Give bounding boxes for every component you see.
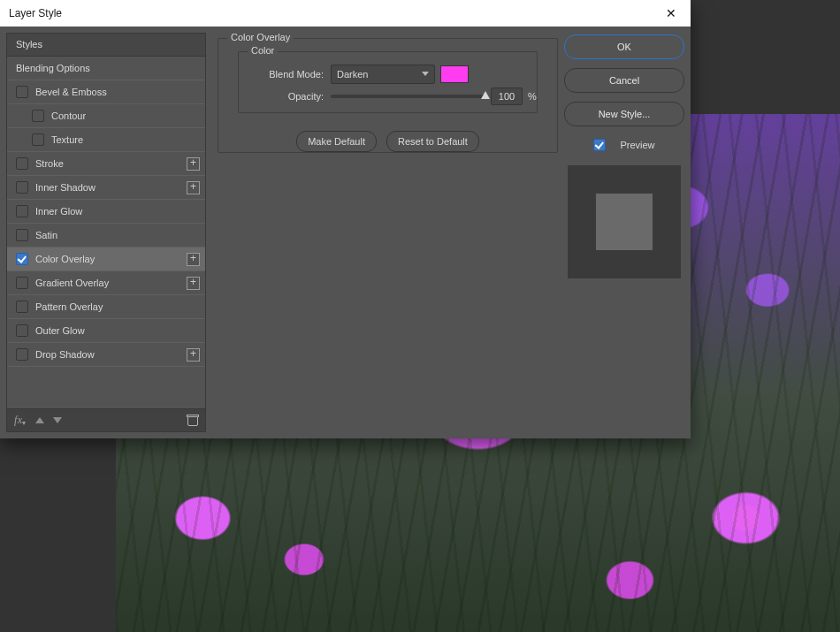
style-label: Stroke — [35, 158, 64, 169]
make-default-button[interactable]: Make Default — [296, 131, 377, 152]
style-label: Inner Shadow — [35, 182, 95, 193]
slider-thumb-icon[interactable] — [481, 91, 490, 99]
color-overlay-group: Color Overlay Color Blend Mode: Darken O… — [218, 38, 558, 153]
add-effect-icon[interactable]: + — [187, 181, 200, 194]
add-effect-icon[interactable]: + — [187, 348, 200, 362]
trash-icon[interactable] — [187, 415, 198, 426]
style-row[interactable]: Texture — [7, 128, 205, 152]
style-checkbox[interactable] — [16, 277, 28, 289]
style-label: Drop Shadow — [35, 349, 95, 360]
style-row[interactable]: Drop Shadow+ — [7, 343, 205, 367]
dialog-titlebar[interactable]: Layer Style ✕ — [0, 0, 691, 27]
opacity-input[interactable]: 100 — [491, 88, 523, 105]
move-up-icon[interactable] — [35, 417, 44, 423]
preview-thumbnail — [568, 165, 681, 278]
opacity-suffix: % — [528, 91, 537, 102]
style-label: Outer Glow — [35, 325, 85, 336]
style-row[interactable]: Bevel & Emboss — [7, 80, 205, 104]
style-label: Pattern Overlay — [35, 301, 103, 312]
style-label: Texture — [51, 134, 83, 145]
style-checkbox[interactable] — [16, 229, 28, 241]
fx-menu-icon[interactable]: fx▾ — [14, 414, 27, 427]
preview-label: Preview — [620, 140, 654, 150]
style-checkbox[interactable] — [32, 133, 44, 146]
style-checkbox[interactable] — [16, 253, 28, 265]
style-label: Bevel & Emboss — [35, 87, 107, 97]
style-checkbox[interactable] — [32, 110, 44, 122]
move-down-icon[interactable] — [53, 417, 62, 423]
styles-list: Styles Blending Options Bevel & EmbossCo… — [6, 33, 206, 409]
cancel-button[interactable]: Cancel — [564, 68, 684, 93]
layer-style-dialog: Layer Style ✕ Styles Blending Options Be… — [0, 0, 691, 438]
style-label: Gradient Overlay — [35, 278, 109, 288]
color-group: Color Blend Mode: Darken Opacity: — [238, 51, 538, 113]
opacity-label: Opacity: — [239, 91, 324, 102]
dialog-actions: OK Cancel New Style... Preview — [564, 33, 684, 432]
blend-mode-label: Blend Mode: — [239, 69, 324, 80]
preview-checkbox[interactable] — [593, 139, 606, 151]
style-row[interactable]: Gradient Overlay+ — [7, 271, 205, 295]
style-checkbox[interactable] — [16, 86, 28, 98]
blending-options-row[interactable]: Blending Options — [7, 57, 205, 80]
style-label: Inner Glow — [35, 206, 82, 217]
dialog-title: Layer Style — [9, 7, 62, 19]
style-row[interactable]: Satin — [7, 224, 205, 247]
dialog-body: Styles Blending Options Bevel & EmbossCo… — [0, 27, 691, 438]
style-checkbox[interactable] — [16, 157, 28, 170]
preview-swatch — [596, 194, 653, 250]
style-label: Color Overlay — [35, 254, 95, 264]
style-label: Contour — [51, 110, 86, 121]
style-row[interactable]: Inner Glow — [7, 200, 205, 224]
add-effect-icon[interactable]: + — [187, 253, 200, 266]
style-row[interactable]: Outer Glow — [7, 319, 205, 343]
style-checkbox[interactable] — [16, 348, 28, 361]
add-effect-icon[interactable]: + — [187, 157, 200, 171]
style-row[interactable]: Pattern Overlay — [7, 295, 205, 319]
app-workspace: Layer Style ✕ Styles Blending Options Be… — [0, 0, 840, 632]
style-row[interactable]: Stroke+ — [7, 152, 205, 176]
style-checkbox[interactable] — [16, 205, 28, 217]
new-style-button[interactable]: New Style... — [564, 102, 684, 126]
blend-mode-value: Darken — [337, 69, 368, 80]
style-row[interactable]: Color Overlay+ — [7, 247, 205, 271]
ok-button[interactable]: OK — [564, 34, 684, 59]
close-icon[interactable]: ✕ — [652, 0, 691, 27]
overlay-color-swatch[interactable] — [440, 65, 469, 83]
style-row[interactable]: Contour — [7, 104, 205, 128]
style-row[interactable]: Inner Shadow+ — [7, 176, 205, 200]
defaults-row: Make Default Reset to Default — [218, 131, 557, 152]
group-title: Color Overlay — [227, 32, 294, 42]
styles-column: Styles Blending Options Bevel & EmbossCo… — [6, 33, 206, 432]
style-checkbox[interactable] — [16, 324, 28, 337]
style-checkbox[interactable] — [16, 301, 28, 313]
styles-footer: fx▾ — [6, 409, 206, 432]
preview-toggle-row[interactable]: Preview — [564, 139, 684, 151]
opacity-slider[interactable] — [331, 95, 485, 98]
style-label: Satin — [35, 230, 57, 240]
styles-header[interactable]: Styles — [7, 34, 205, 57]
blend-mode-select[interactable]: Darken — [331, 65, 435, 84]
style-checkbox[interactable] — [16, 181, 28, 194]
settings-panel: Color Overlay Color Blend Mode: Darken O… — [212, 33, 558, 432]
color-group-title: Color — [248, 45, 278, 56]
add-effect-icon[interactable]: + — [187, 277, 200, 290]
reset-default-button[interactable]: Reset to Default — [386, 131, 479, 152]
